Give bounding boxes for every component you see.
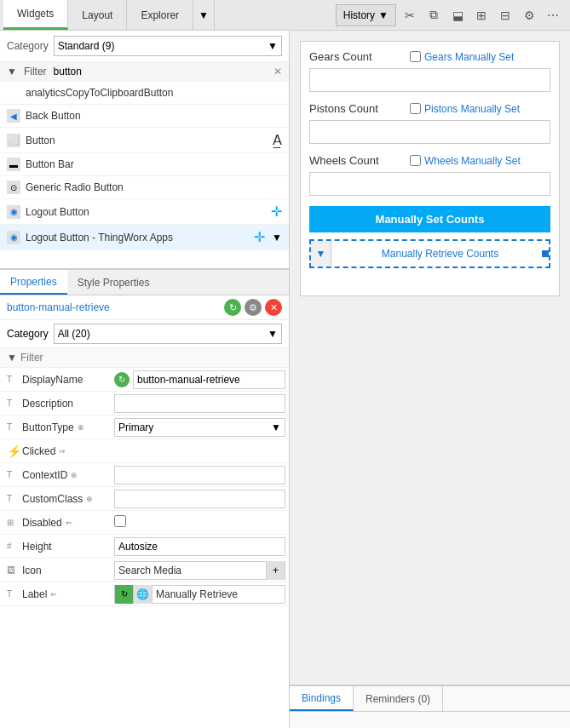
prop-row-icon: 🖼 Icon Search Media +: [0, 559, 289, 582]
undo-button[interactable]: ✂: [400, 5, 420, 26]
widget-action-refresh[interactable]: ↻: [224, 299, 241, 316]
manually-set-counts-button[interactable]: Manually Set Counts: [309, 206, 550, 232]
tab-layout[interactable]: Layout: [68, 0, 127, 30]
settings-button[interactable]: ⚙: [519, 5, 539, 26]
displayname-input[interactable]: [133, 370, 285, 389]
wheels-manually-set-checkbox[interactable]: [410, 155, 421, 166]
bindings-panel: Bindings Reminders (0): [290, 685, 570, 728]
widget-icon: ◀: [7, 109, 20, 123]
filter-label: Filter: [24, 66, 47, 77]
redo-button[interactable]: ⧉: [423, 5, 444, 26]
manually-set-counts-container: Manually Set Counts: [309, 206, 550, 232]
widget-icon: ⊙: [7, 181, 20, 194]
prop-name-displayname: T DisplayName: [0, 374, 111, 386]
label-refresh-btn[interactable]: ↻: [115, 585, 134, 604]
wheels-count-group: Wheels Count Wheels Manually Set: [309, 154, 550, 196]
buttontype-dropdown-icon: ▼: [271, 421, 281, 433]
prop-row-label: T Label ⇐ ↻ 🌐 Manually Retrieve: [0, 582, 289, 606]
customclass-input[interactable]: [114, 490, 285, 508]
prop-value-height: [111, 537, 289, 556]
prop-name-disabled: ⊞ Disabled ⇐: [0, 517, 111, 529]
props-filter-input[interactable]: [20, 352, 282, 364]
wheels-manually-set-checkbox-label[interactable]: Wheels Manually Set: [410, 155, 521, 167]
height-input[interactable]: [114, 537, 285, 556]
list-item[interactable]: ⬜ Button A̲: [0, 128, 289, 153]
pistons-count-input[interactable]: [309, 120, 550, 144]
gears-count-label: Gears Count: [309, 50, 403, 63]
copy-button[interactable]: ⬓: [447, 5, 468, 26]
label-globe-btn[interactable]: 🌐: [134, 585, 153, 604]
tab-explorer[interactable]: Explorer: [127, 0, 193, 30]
retrieve-resize-handle[interactable]: [542, 250, 549, 257]
filter-input[interactable]: [54, 66, 270, 77]
drag-icon: ✛: [271, 203, 282, 220]
description-input[interactable]: [114, 394, 285, 413]
widget-icon: [7, 86, 20, 100]
list-item[interactable]: ▬ Button Bar: [0, 153, 289, 176]
pistons-manually-set-checkbox-label[interactable]: Pistons Manually Set: [410, 103, 520, 115]
wheels-count-input[interactable]: [309, 172, 550, 196]
history-button[interactable]: History ▼: [336, 4, 396, 26]
category-dropdown-icon: ▼: [268, 40, 278, 52]
left-panel: Category Standard (9) ▼ ▼ Filter ✕ analy…: [0, 31, 290, 728]
pistons-manually-set-checkbox[interactable]: [410, 103, 421, 114]
props-category-row: Category All (20) ▼: [0, 320, 289, 348]
filter-icon: ▼: [7, 66, 17, 77]
prop-row-customclass: T CustomClass ⊕: [0, 487, 289, 511]
tab-more-arrow[interactable]: ▼: [193, 0, 215, 30]
gears-count-input[interactable]: [309, 68, 550, 92]
icon-field[interactable]: Search Media +: [114, 561, 285, 580]
gears-manually-set-checkbox-label[interactable]: Gears Manually Set: [410, 51, 514, 63]
paste-button[interactable]: ⊞: [471, 5, 492, 26]
prop-value-buttontype: Primary ▼: [111, 418, 289, 437]
tab-style-properties[interactable]: Style Properties: [67, 270, 160, 295]
label-arrow-icon: ⇐: [50, 590, 57, 599]
widget-name-bar: button-manual-retrieve ↻ ⚙ ✕: [0, 295, 289, 320]
list-item[interactable]: ◉ Logout Button ✛: [0, 199, 289, 225]
gears-manually-set-checkbox[interactable]: [410, 51, 421, 62]
drag-icon: ✛: [254, 229, 265, 245]
prop-name-label: T Label ⇐: [0, 588, 111, 600]
list-item[interactable]: ⊙ Generic Radio Button: [0, 176, 289, 199]
displayname-refresh-btn[interactable]: ↻: [114, 372, 130, 387]
manually-retrieve-counts-button[interactable]: ▼ Manually Retrieve Counts: [309, 239, 550, 268]
list-item-selected[interactable]: ◉ Logout Button - ThingWorx Apps ✛ ▼: [0, 225, 289, 250]
right-panel: Gears Count Gears Manually Set Pistons C…: [290, 31, 570, 728]
wheels-count-row: Wheels Count Wheels Manually Set: [309, 154, 550, 167]
prop-name-height: # Height: [0, 541, 111, 553]
list-item[interactable]: analyticsCopyToClipboardButton: [0, 82, 289, 105]
filter-clear-icon[interactable]: ✕: [273, 66, 282, 77]
disabled-checkbox[interactable]: [114, 515, 126, 527]
widget-action-settings[interactable]: ⚙: [245, 299, 262, 316]
prop-name-clicked: ⚡ Clicked ⇒: [0, 444, 111, 458]
widget-icon: ▬: [7, 158, 20, 171]
prop-row-description: T Description: [0, 392, 289, 416]
contextid-input[interactable]: [114, 466, 285, 484]
prop-row-buttontype: T ButtonType ⊕ Primary ▼: [0, 416, 289, 439]
grid-button[interactable]: ⊟: [495, 5, 515, 26]
icon-field-add-btn[interactable]: +: [266, 561, 285, 580]
more-button[interactable]: ⋯: [543, 5, 563, 26]
widget-action-delete[interactable]: ✕: [265, 299, 282, 316]
retrieve-dropdown-arrow[interactable]: ▼: [311, 241, 331, 267]
main-tab-group: Widgets Layout Explorer ▼: [3, 0, 215, 30]
prop-name-icon: 🖼 Icon: [0, 565, 111, 576]
main-layout: Category Standard (9) ▼ ▼ Filter ✕ analy…: [0, 31, 570, 728]
top-toolbar: Widgets Layout Explorer ▼ History ▼ ✂ ⧉ …: [0, 0, 570, 31]
tab-reminders[interactable]: Reminders (0): [354, 686, 443, 711]
widget-icon: ◉: [7, 205, 20, 219]
tab-widgets[interactable]: Widgets: [3, 0, 68, 30]
prop-value-displayname: ↻: [111, 370, 289, 389]
toolbar-icons: ✂ ⧉ ⬓ ⊞ ⊟ ⚙ ⋯: [396, 5, 567, 26]
manually-retrieve-counts-container: ▼ Manually Retrieve Counts: [309, 239, 550, 268]
pistons-count-label: Pistons Count: [309, 102, 403, 115]
widget-list: analyticsCopyToClipboardButton ◀ Back Bu…: [0, 82, 289, 269]
tab-properties[interactable]: Properties: [0, 270, 67, 295]
buttontype-dropdown[interactable]: Primary ▼: [114, 418, 285, 437]
gears-count-group: Gears Count Gears Manually Set: [309, 50, 550, 92]
prop-value-contextid: [111, 466, 289, 484]
list-item[interactable]: ◀ Back Button: [0, 105, 289, 128]
tab-bindings[interactable]: Bindings: [290, 686, 354, 711]
category-select[interactable]: Standard (9) ▼: [54, 36, 282, 56]
props-category-select[interactable]: All (20) ▼: [54, 324, 282, 344]
